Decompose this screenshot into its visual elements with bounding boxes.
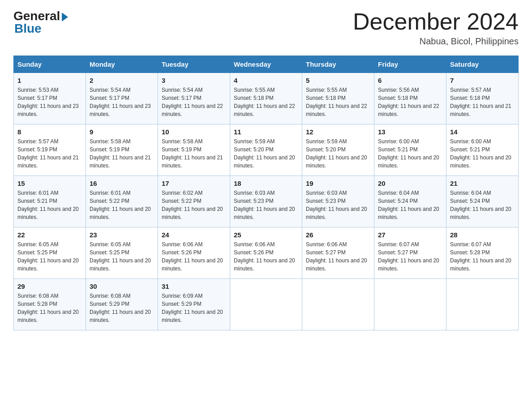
day-number: 17 — [162, 180, 226, 187]
day-cell: 27Sunrise: 6:07 AMSunset: 5:27 PMDayligh… — [374, 227, 446, 279]
day-cell: 7Sunrise: 5:57 AMSunset: 5:18 PMDaylight… — [446, 73, 519, 124]
day-cell: 17Sunrise: 6:02 AMSunset: 5:22 PMDayligh… — [158, 176, 230, 227]
day-info: Sunrise: 6:06 AMSunset: 5:27 PMDaylight:… — [306, 240, 370, 273]
day-cell: 19Sunrise: 6:03 AMSunset: 5:23 PMDayligh… — [302, 176, 374, 227]
day-info: Sunrise: 6:04 AMSunset: 5:24 PMDaylight:… — [378, 189, 442, 221]
logo: General Blue — [13, 9, 68, 36]
month-title: December 2024 — [353, 9, 519, 34]
day-info: Sunrise: 6:01 AMSunset: 5:21 PMDaylight:… — [17, 189, 82, 221]
week-row-2: 8Sunrise: 5:57 AMSunset: 5:19 PMDaylight… — [14, 124, 519, 176]
day-info: Sunrise: 6:07 AMSunset: 5:28 PMDaylight:… — [450, 240, 515, 273]
day-number: 23 — [90, 231, 154, 239]
day-number: 9 — [90, 128, 154, 136]
day-cell: 25Sunrise: 6:06 AMSunset: 5:26 PMDayligh… — [230, 227, 302, 279]
day-info: Sunrise: 5:56 AMSunset: 5:18 PMDaylight:… — [378, 86, 442, 118]
day-info: Sunrise: 5:53 AMSunset: 5:17 PMDaylight:… — [17, 86, 82, 118]
day-info: Sunrise: 6:03 AMSunset: 5:23 PMDaylight:… — [234, 189, 298, 221]
day-number: 28 — [450, 231, 515, 239]
day-cell: 18Sunrise: 6:03 AMSunset: 5:23 PMDayligh… — [230, 176, 302, 227]
day-info: Sunrise: 5:55 AMSunset: 5:18 PMDaylight:… — [306, 86, 370, 118]
day-info: Sunrise: 6:00 AMSunset: 5:21 PMDaylight:… — [450, 137, 515, 170]
day-info: Sunrise: 5:58 AMSunset: 5:19 PMDaylight:… — [162, 137, 226, 170]
day-header-tuesday: Tuesday — [158, 56, 230, 73]
day-header-sunday: Sunday — [14, 56, 86, 73]
day-info: Sunrise: 5:55 AMSunset: 5:18 PMDaylight:… — [234, 86, 298, 118]
day-header-friday: Friday — [374, 56, 446, 73]
day-cell: 28Sunrise: 6:07 AMSunset: 5:28 PMDayligh… — [446, 227, 519, 279]
day-number: 16 — [90, 180, 154, 187]
day-cell: 10Sunrise: 5:58 AMSunset: 5:19 PMDayligh… — [158, 124, 230, 176]
day-cell — [230, 279, 302, 330]
day-cell: 11Sunrise: 5:59 AMSunset: 5:20 PMDayligh… — [230, 124, 302, 176]
day-info: Sunrise: 5:59 AMSunset: 5:20 PMDaylight:… — [306, 137, 370, 170]
location-title: Nabua, Bicol, Philippines — [353, 36, 519, 47]
day-number: 3 — [162, 77, 226, 84]
days-header-row: SundayMondayTuesdayWednesdayThursdayFrid… — [14, 56, 519, 73]
day-number: 11 — [234, 128, 298, 136]
day-number: 30 — [90, 283, 154, 290]
day-number: 24 — [162, 231, 226, 239]
day-cell: 14Sunrise: 6:00 AMSunset: 5:21 PMDayligh… — [446, 124, 519, 176]
day-cell — [374, 279, 446, 330]
day-header-wednesday: Wednesday — [230, 56, 302, 73]
day-number: 14 — [450, 128, 515, 136]
day-cell: 13Sunrise: 6:00 AMSunset: 5:21 PMDayligh… — [374, 124, 446, 176]
day-cell: 30Sunrise: 6:08 AMSunset: 5:29 PMDayligh… — [86, 279, 158, 330]
day-cell: 23Sunrise: 6:05 AMSunset: 5:25 PMDayligh… — [86, 227, 158, 279]
day-cell: 5Sunrise: 5:55 AMSunset: 5:18 PMDaylight… — [302, 73, 374, 124]
day-cell: 9Sunrise: 5:58 AMSunset: 5:19 PMDaylight… — [86, 124, 158, 176]
day-cell: 12Sunrise: 5:59 AMSunset: 5:20 PMDayligh… — [302, 124, 374, 176]
day-cell — [302, 279, 374, 330]
day-info: Sunrise: 6:01 AMSunset: 5:22 PMDaylight:… — [90, 189, 154, 221]
day-info: Sunrise: 6:00 AMSunset: 5:21 PMDaylight:… — [378, 137, 442, 170]
day-number: 15 — [17, 180, 82, 187]
day-info: Sunrise: 5:57 AMSunset: 5:19 PMDaylight:… — [17, 137, 82, 170]
logo-blue-text: Blue — [13, 21, 42, 36]
day-cell — [446, 279, 519, 330]
day-info: Sunrise: 6:09 AMSunset: 5:29 PMDaylight:… — [162, 292, 226, 324]
day-number: 22 — [17, 231, 82, 239]
day-cell: 20Sunrise: 6:04 AMSunset: 5:24 PMDayligh… — [374, 176, 446, 227]
day-cell: 29Sunrise: 6:08 AMSunset: 5:28 PMDayligh… — [14, 279, 86, 330]
day-cell: 26Sunrise: 6:06 AMSunset: 5:27 PMDayligh… — [302, 227, 374, 279]
day-header-saturday: Saturday — [446, 56, 519, 73]
day-info: Sunrise: 6:03 AMSunset: 5:23 PMDaylight:… — [306, 189, 370, 221]
day-info: Sunrise: 5:59 AMSunset: 5:20 PMDaylight:… — [234, 137, 298, 170]
day-number: 29 — [17, 283, 82, 290]
day-info: Sunrise: 6:05 AMSunset: 5:25 PMDaylight:… — [17, 240, 82, 273]
day-info: Sunrise: 6:04 AMSunset: 5:24 PMDaylight:… — [450, 189, 515, 221]
day-cell: 16Sunrise: 6:01 AMSunset: 5:22 PMDayligh… — [86, 176, 158, 227]
week-row-1: 1Sunrise: 5:53 AMSunset: 5:17 PMDaylight… — [14, 73, 519, 124]
day-info: Sunrise: 6:08 AMSunset: 5:28 PMDaylight:… — [17, 292, 82, 324]
day-number: 8 — [17, 128, 82, 136]
day-number: 27 — [378, 231, 442, 239]
week-row-4: 22Sunrise: 6:05 AMSunset: 5:25 PMDayligh… — [14, 227, 519, 279]
day-info: Sunrise: 5:57 AMSunset: 5:18 PMDaylight:… — [450, 86, 515, 118]
day-number: 26 — [306, 231, 370, 239]
day-cell: 31Sunrise: 6:09 AMSunset: 5:29 PMDayligh… — [158, 279, 230, 330]
day-cell: 6Sunrise: 5:56 AMSunset: 5:18 PMDaylight… — [374, 73, 446, 124]
day-cell: 3Sunrise: 5:54 AMSunset: 5:17 PMDaylight… — [158, 73, 230, 124]
day-number: 1 — [17, 77, 82, 84]
day-header-thursday: Thursday — [302, 56, 374, 73]
day-number: 2 — [90, 77, 154, 84]
day-number: 6 — [378, 77, 442, 84]
day-number: 19 — [306, 180, 370, 187]
day-number: 25 — [234, 231, 298, 239]
day-number: 12 — [306, 128, 370, 136]
day-info: Sunrise: 6:06 AMSunset: 5:26 PMDaylight:… — [234, 240, 298, 273]
day-number: 5 — [306, 77, 370, 84]
day-info: Sunrise: 6:08 AMSunset: 5:29 PMDaylight:… — [90, 292, 154, 324]
day-info: Sunrise: 5:54 AMSunset: 5:17 PMDaylight:… — [90, 86, 154, 118]
week-row-5: 29Sunrise: 6:08 AMSunset: 5:28 PMDayligh… — [14, 279, 519, 330]
day-cell: 1Sunrise: 5:53 AMSunset: 5:17 PMDaylight… — [14, 73, 86, 124]
day-cell: 15Sunrise: 6:01 AMSunset: 5:21 PMDayligh… — [14, 176, 86, 227]
day-number: 4 — [234, 77, 298, 84]
day-header-monday: Monday — [86, 56, 158, 73]
day-info: Sunrise: 5:58 AMSunset: 5:19 PMDaylight:… — [90, 137, 154, 170]
title-block: December 2024 Nabua, Bicol, Philippines — [353, 9, 519, 47]
day-info: Sunrise: 5:54 AMSunset: 5:17 PMDaylight:… — [162, 86, 226, 118]
page-header: General Blue December 2024 Nabua, Bicol,… — [13, 9, 519, 47]
day-number: 18 — [234, 180, 298, 187]
day-info: Sunrise: 6:07 AMSunset: 5:27 PMDaylight:… — [378, 240, 442, 273]
